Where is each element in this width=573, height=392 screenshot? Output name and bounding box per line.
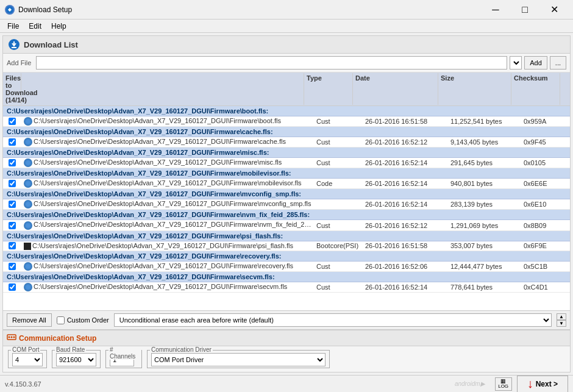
row-checkbox[interactable] bbox=[9, 263, 16, 270]
svg-point-5 bbox=[9, 337, 10, 338]
file-type-icon bbox=[24, 243, 31, 250]
row-checkbox[interactable] bbox=[9, 159, 16, 166]
row-type: Cust bbox=[314, 221, 363, 230]
add-file-label: Add File bbox=[7, 59, 31, 66]
app-icon bbox=[5, 5, 15, 15]
files-table-scroll[interactable]: C:\Users\rajes\OneDrive\Desktop\Advan_X7… bbox=[3, 106, 570, 310]
bottom-toolbar: Remove All Custom Order Unconditional er… bbox=[3, 310, 570, 329]
row-path: C:\Users\rajes\OneDrive\Desktop\Advan_X7… bbox=[21, 158, 314, 168]
row-size: 1,291,069 bytes bbox=[448, 221, 521, 230]
table-row: C:\Users\rajes\OneDrive\Desktop\Advan_X7… bbox=[3, 116, 570, 127]
col-type: Type bbox=[304, 73, 353, 105]
com-port-group: COM Port 4 123 5678 bbox=[8, 350, 47, 368]
row-checkbox-cell bbox=[3, 159, 21, 167]
status-bar: v.4.150.3.67 androidm▶ ▦ LOG ↓ Next > bbox=[0, 375, 573, 392]
comm-driver-group: Communication Driver COM Port Driver bbox=[147, 350, 330, 368]
row-checkbox-cell bbox=[3, 283, 21, 291]
version-text: v.4.150.3.67 bbox=[5, 380, 41, 388]
table-row: C:\Users\rajes\OneDrive\Desktop\Advan_X7… bbox=[3, 158, 570, 168]
col-checksum: Checksum bbox=[511, 73, 560, 105]
row-checkbox-cell bbox=[3, 200, 21, 208]
com-port-select[interactable]: 4 123 5678 bbox=[12, 353, 43, 366]
remove-all-button[interactable]: Remove All bbox=[7, 313, 52, 327]
baud-rate-select[interactable]: 921600 115200230400460800 bbox=[56, 353, 96, 366]
channels-group: # Channels bbox=[105, 350, 142, 368]
group-header: C:\Users\rajes\OneDrive\Desktop\Advan_X7… bbox=[3, 148, 570, 158]
row-path: C:\Users\rajes\OneDrive\Desktop\Advan_X7… bbox=[21, 241, 314, 251]
table-row: C:\Users\rajes\OneDrive\Desktop\Advan_X7… bbox=[3, 199, 570, 210]
minimize-button[interactable]: ─ bbox=[482, 0, 510, 20]
scroll-up-button[interactable]: ▲ bbox=[557, 313, 566, 320]
group-header: C:\Users\rajes\OneDrive\Desktop\Advan_X7… bbox=[3, 210, 570, 220]
title-bar: Download Setup ─ □ ✕ bbox=[0, 0, 573, 20]
menu-help[interactable]: Help bbox=[46, 21, 71, 32]
group-header: C:\Users\rajes\OneDrive\Desktop\Advan_X7… bbox=[3, 251, 570, 262]
log-button[interactable]: ▦ LOG bbox=[495, 377, 512, 391]
group-header: C:\Users\rajes\OneDrive\Desktop\Advan_X7… bbox=[3, 106, 570, 116]
add-file-input[interactable] bbox=[36, 56, 507, 69]
row-size: 940,801 bytes bbox=[448, 179, 521, 188]
row-checksum: 0xC4D1 bbox=[521, 283, 570, 291]
row-path: C:\Users\rajes\OneDrive\Desktop\Advan_X7… bbox=[21, 137, 314, 147]
row-checksum: 0x6F9E bbox=[521, 241, 570, 250]
row-checkbox[interactable] bbox=[9, 138, 16, 146]
row-checksum: 0x6E6E bbox=[521, 179, 570, 188]
row-size: 353,007 bytes bbox=[448, 241, 521, 250]
row-date: 26-01-2016 16:52:12 bbox=[363, 221, 448, 230]
download-list-icon bbox=[8, 38, 20, 51]
col-empty bbox=[21, 73, 304, 105]
group-header: C:\Users\rajes\OneDrive\Desktop\Advan_X7… bbox=[3, 168, 570, 179]
row-path: C:\Users\rajes\OneDrive\Desktop\Advan_X7… bbox=[21, 282, 314, 292]
file-globe-icon bbox=[24, 262, 32, 271]
status-right: ▦ LOG ↓ Next > bbox=[495, 376, 568, 393]
row-type: Cust bbox=[314, 138, 363, 146]
comm-icon bbox=[7, 332, 16, 344]
erase-select[interactable]: Unconditional erase each area before wri… bbox=[114, 313, 552, 327]
add-button[interactable]: Add bbox=[524, 56, 547, 69]
file-globe-icon bbox=[24, 159, 32, 167]
close-button[interactable]: ✕ bbox=[540, 0, 568, 20]
row-checkbox[interactable] bbox=[9, 242, 16, 249]
row-checksum: 0x959A bbox=[521, 117, 570, 126]
comm-section: Communication Setup COM Port 4 123 5678 … bbox=[3, 329, 570, 372]
row-size: 9,143,405 bytes bbox=[448, 138, 521, 146]
col-check: Files to Download (14/14) bbox=[3, 73, 21, 105]
svg-point-6 bbox=[11, 337, 13, 338]
maximize-button[interactable]: □ bbox=[511, 0, 539, 20]
row-date: 26-01-2016 16:52:14 bbox=[363, 159, 448, 167]
svg-point-7 bbox=[13, 337, 15, 338]
row-type: Cust bbox=[314, 283, 363, 291]
comm-driver-select[interactable]: COM Port Driver bbox=[151, 353, 326, 366]
browse-button[interactable]: ... bbox=[550, 56, 566, 69]
row-checkbox-cell bbox=[3, 241, 21, 250]
row-path: C:\Users\rajes\OneDrive\Desktop\Advan_X7… bbox=[21, 116, 314, 126]
row-checkbox[interactable] bbox=[9, 201, 16, 208]
custom-order-label: Custom Order bbox=[67, 316, 109, 324]
channels-label: # Channels bbox=[109, 346, 141, 360]
main-window: Download List Add File Add ... Files to … bbox=[2, 35, 571, 372]
next-button[interactable]: ↓ Next > bbox=[517, 376, 568, 393]
menu-edit[interactable]: Edit bbox=[24, 21, 46, 32]
row-size: 291,645 bytes bbox=[448, 159, 521, 167]
table-row: C:\Users\rajes\OneDrive\Desktop\Advan_X7… bbox=[3, 137, 570, 148]
watermark: androidm▶ bbox=[455, 380, 485, 387]
add-file-dropdown[interactable] bbox=[510, 56, 522, 69]
row-path: C:\Users\rajes\OneDrive\Desktop\Advan_X7… bbox=[21, 262, 314, 271]
row-type: Cust bbox=[314, 117, 363, 126]
group-header: C:\Users\rajes\OneDrive\Desktop\Advan_X7… bbox=[3, 189, 570, 199]
custom-order-checkbox[interactable] bbox=[57, 316, 65, 324]
row-date: 26-01-2016 16:52:14 bbox=[363, 283, 448, 291]
row-checkbox[interactable] bbox=[9, 118, 16, 125]
menu-file[interactable]: File bbox=[2, 21, 24, 32]
row-checkbox-cell bbox=[3, 262, 21, 271]
table-row: C:\Users\rajes\OneDrive\Desktop\Advan_X7… bbox=[3, 241, 570, 251]
file-globe-icon bbox=[24, 200, 32, 208]
scroll-down-button[interactable]: ▼ bbox=[557, 320, 566, 327]
row-checkbox[interactable] bbox=[9, 283, 16, 291]
row-type: Code bbox=[314, 179, 363, 188]
row-date: 26-01-2016 16:51:58 bbox=[363, 117, 448, 126]
row-checkbox[interactable] bbox=[9, 180, 16, 187]
row-size: 778,641 bytes bbox=[448, 283, 521, 291]
row-checkbox[interactable] bbox=[9, 222, 16, 229]
row-type: Cust bbox=[314, 262, 363, 271]
